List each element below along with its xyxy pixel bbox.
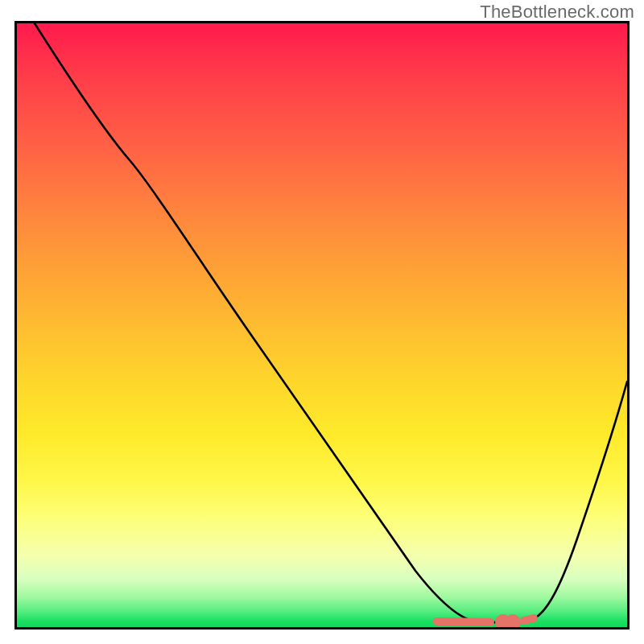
chart-container: TheBottleneck.com: [0, 0, 644, 644]
svg-line-3: [524, 618, 534, 621]
bottleneck-curve: [35, 23, 627, 622]
optimal-segment: [437, 618, 534, 626]
svg-line-0: [437, 621, 490, 622]
plot-frame: [14, 21, 630, 630]
chart-svg: [17, 23, 627, 627]
svg-point-2: [509, 618, 517, 626]
watermark-text: TheBottleneck.com: [480, 2, 634, 23]
